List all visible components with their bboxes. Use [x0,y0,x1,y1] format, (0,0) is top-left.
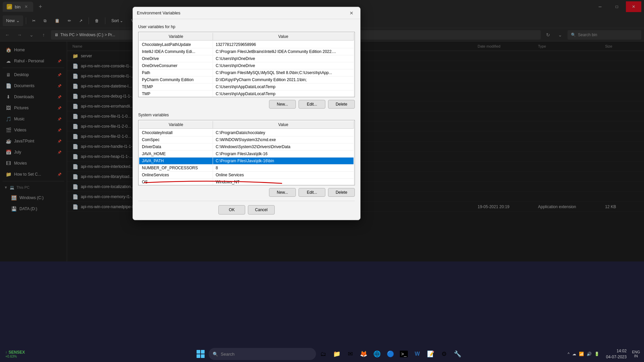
list-item[interactable]: OneDriveConsumer C:\Users\hp\OneDrive [139,62,354,69]
sys-var-value: C:\Program Files\Java\jdk-16\bin [213,158,354,164]
user-delete-btn[interactable]: Delete [328,100,355,109]
notes-btn[interactable]: 📝 [425,348,437,360]
sys-var-name: JAVA_PATH [139,158,213,164]
dialog-title-bar: Environment Variables ✕ [133,7,360,19]
taskbar-search[interactable]: 🔍 Search [209,348,316,360]
list-item[interactable]: ChocolateyInstall C:\ProgramData\chocola… [139,129,354,136]
mail-btn[interactable]: ✉ [344,348,356,360]
clock-display[interactable]: 14:02 04-07-2023 [603,348,629,360]
task-view-icon: 🗂 [320,351,326,358]
user-var-name: TMP [139,90,213,97]
devtools-btn[interactable]: 🔧 [451,348,464,360]
user-var-name: IntelliJ IDEA Community Edi... [139,48,213,55]
taskbar-right: ^ ☁ 📶 🔊 🔋 14:02 04-07-2023 ENG IN [547,348,641,360]
file-explorer-btn[interactable]: 📁 [331,348,343,360]
system-delete-btn[interactable]: Delete [328,188,355,197]
windows-logo [197,350,205,358]
env-variables-dialog: Environment Variables ✕ User variables f… [132,7,361,220]
search-taskbar-label: Search [221,352,234,357]
list-item[interactable]: TMP C:\Users\hp\AppData\Local\Temp [139,90,354,97]
terminal-icon: >_ [400,351,408,357]
word-btn[interactable]: W [411,348,423,360]
list-item-selected[interactable]: JAVA_PATH C:\Program Files\Java\jdk-16\b… [139,158,354,165]
user-var-value: C:\Users\hp\OneDrive [213,62,354,69]
list-item[interactable]: ChocolateyLastPathUpdate 132778127259658… [139,41,354,48]
start-button[interactable] [194,347,207,361]
taskbar: ↑ SENSEX +0.63% 🔍 Search 🗂 📁 ✉ [0,346,644,362]
terminal-btn[interactable]: >_ [398,348,410,360]
user-var-name: OneDrive [139,55,213,62]
user-var-value: C:\Program Files\JetBrains\IntelliJ IDEA… [213,48,354,55]
user-vars-table: Variable Value ChocolateyLastPathUpdate … [138,32,355,97]
system-vars-table-inner: Variable Value ChocolateyInstall C:\Prog… [139,120,355,185]
settings-btn[interactable]: ⚙ [438,348,450,360]
sys-var-value: C:\Program Files\Java\jdk-16 [213,150,354,157]
task-view-btn[interactable]: 🗂 [317,348,329,360]
sys-var-name: DriverData [139,143,213,150]
cloud-tray-icon[interactable]: ☁ [572,352,576,356]
chrome-btn[interactable]: 🔵 [384,348,396,360]
list-item[interactable]: OnlineServices Online Services [139,172,354,179]
list-item[interactable]: DriverData C:\Windows\System32\Drivers\D… [139,143,354,150]
sensex-label: SENSEX [9,350,25,355]
system-section-title: System variables [138,113,355,117]
user-var-value: 132778127259658996 [213,41,354,48]
list-item[interactable]: TEMP C:\Users\hp\AppData\Local\Temp [139,83,354,90]
tray-chevron[interactable]: ^ [568,352,570,356]
user-header-value: Value [213,33,354,40]
taskbar-left: ↑ SENSEX +0.63% [3,349,110,359]
list-item[interactable]: JAVA_HOME C:\Program Files\Java\jdk-16 [139,150,354,158]
sys-var-name: ChocolateyInstall [139,129,213,136]
user-var-value: C:\Users\hp\OneDrive [213,55,354,62]
sys-var-name: ComSpec [139,136,213,143]
volume-icon[interactable]: 🔊 [587,352,592,356]
list-item[interactable]: IntelliJ IDEA Community Edi... C:\Progra… [139,48,354,55]
system-vars-table: Variable Value ChocolateyInstall C:\Prog… [138,120,355,185]
clock-time: 14:02 [606,348,627,354]
system-tray: ^ ☁ 📶 🔊 🔋 [565,352,602,356]
dialog-close-btn[interactable]: ✕ [347,8,356,18]
user-var-value: C:\Users\hp\AppData\Local\Temp [213,83,354,90]
clock-date: 04-07-2023 [606,354,627,360]
system-new-btn[interactable]: New... [269,188,296,197]
list-item[interactable]: Path C:\Program Files\MySQL\MySQL Shell … [139,69,354,76]
cancel-button[interactable]: Cancel [248,205,275,215]
list-item[interactable]: OneDrive C:\Users\hp\OneDrive [139,55,354,62]
user-var-value: C:\Program Files\MySQL\MySQL Shell 8.0\b… [213,69,354,76]
user-vars-header-row: Variable Value [139,33,354,41]
sys-var-value: Windows_NT [213,179,354,185]
sys-var-value: C:\ProgramData\chocolatey [213,129,354,136]
system-edit-btn[interactable]: Edit... [299,188,325,197]
list-item[interactable]: NUMBER_OF_PROCESSORS 8 [139,165,354,172]
sys-var-value: C:\WINDOWS\system32\cmd.exe [213,136,354,143]
ok-button[interactable]: OK [218,205,245,215]
firefox-icon: 🦊 [360,350,367,358]
user-var-name: TEMP [139,83,213,90]
user-var-value: D:\IDA\py\PyCharm Community Edition 2021… [213,76,354,83]
user-vars-table-inner: Variable Value ChocolateyLastPathUpdate … [139,32,355,97]
battery-icon[interactable]: 🔋 [594,352,599,356]
user-new-btn[interactable]: New... [269,100,296,109]
edge-icon: 🌐 [373,350,381,358]
system-header-value: Value [213,121,354,128]
sys-var-name: OnlineServices [139,172,213,178]
user-var-name: ChocolateyLastPathUpdate [139,41,213,48]
sensex-widget[interactable]: ↑ SENSEX +0.63% [3,349,28,359]
list-item[interactable]: ComSpec C:\WINDOWS\system32\cmd.exe [139,136,354,143]
edge-btn[interactable]: 🌐 [371,348,383,360]
system-header-variable: Variable [139,121,213,128]
firefox-btn[interactable]: 🦊 [358,348,370,360]
sensex-up-icon: ↑ [5,350,7,354]
search-taskbar-icon: 🔍 [213,352,218,357]
system-btn-row: New... Edit... Delete [138,188,355,197]
user-edit-btn[interactable]: Edit... [299,100,325,109]
lang-display[interactable]: ENG IN [631,350,641,358]
list-item[interactable]: OS Windows_NT [139,179,354,185]
network-icon[interactable]: 📶 [579,352,584,356]
system-vars-header-row: Variable Value [139,121,354,129]
file-explorer-icon: 📁 [333,350,340,358]
list-item[interactable]: PyCharm Community Edition D:\IDA\py\PyCh… [139,76,354,83]
sys-var-name: OS [139,179,213,185]
taskbar-center: 🔍 Search 🗂 📁 ✉ 🦊 🌐 🔵 >_ W 📝 [110,347,547,361]
dialog-bottom-row: OK Cancel [138,201,355,215]
